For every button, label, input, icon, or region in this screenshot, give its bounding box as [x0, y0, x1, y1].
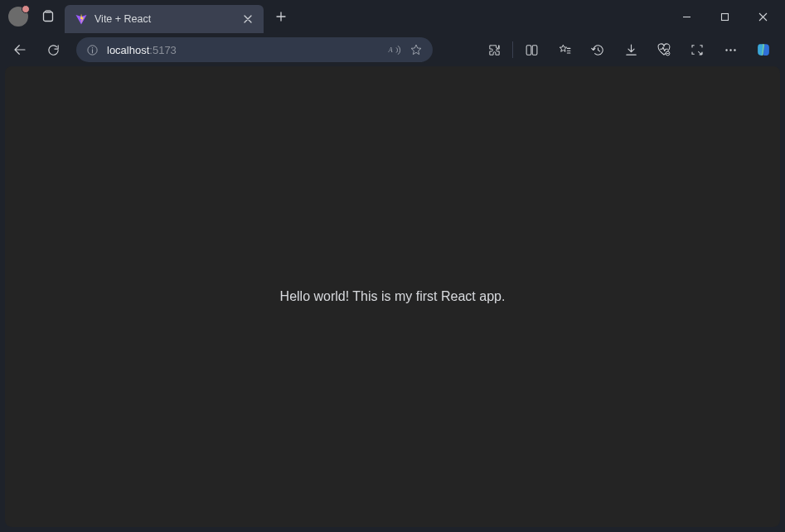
- copilot-button[interactable]: [747, 36, 780, 63]
- star-icon: [409, 43, 423, 56]
- history-icon: [591, 43, 605, 57]
- site-info-button[interactable]: [86, 44, 99, 56]
- maximize-icon: [720, 12, 729, 22]
- address-url: localhost:5173: [107, 44, 177, 56]
- close-icon: [244, 15, 252, 23]
- tab-title: Vite + React: [94, 13, 234, 25]
- url-port: :5173: [149, 44, 177, 56]
- heartbeat-icon: [657, 42, 671, 57]
- svg-point-4: [92, 47, 93, 48]
- screenshot-button[interactable]: [681, 36, 714, 63]
- maximize-button[interactable]: [705, 0, 744, 33]
- favorite-button[interactable]: [409, 43, 423, 56]
- download-icon: [624, 43, 638, 57]
- refresh-button[interactable]: [38, 36, 68, 63]
- toolbar-divider: [512, 41, 513, 58]
- new-tab-button[interactable]: [269, 4, 293, 29]
- profile-avatar[interactable]: [8, 7, 28, 27]
- toolbar-actions: [477, 36, 780, 63]
- performance-button[interactable]: [647, 36, 681, 63]
- puzzle-icon: [487, 43, 502, 57]
- svg-rect-0: [44, 12, 53, 22]
- svg-rect-6: [526, 45, 531, 54]
- page-text: Hello world! This is my first React app.: [280, 289, 506, 304]
- titlebar: Vite + React: [0, 0, 785, 33]
- svg-point-9: [725, 49, 727, 51]
- svg-text:A: A: [387, 46, 393, 54]
- svg-point-10: [729, 49, 731, 51]
- minimize-button[interactable]: [667, 0, 705, 33]
- split-screen-button[interactable]: [515, 36, 548, 63]
- tab-stack-icon: [41, 10, 55, 23]
- split-screen-icon: [525, 43, 539, 57]
- close-window-button[interactable]: [744, 0, 782, 33]
- minimize-icon: [682, 12, 691, 22]
- read-aloud-icon: A: [387, 44, 401, 56]
- screenshot-icon: [690, 42, 705, 57]
- extensions-button[interactable]: [477, 36, 511, 63]
- tab-actions-button[interactable]: [35, 3, 61, 30]
- window-controls: [667, 0, 782, 33]
- history-button[interactable]: [581, 36, 614, 63]
- url-host: localhost: [107, 44, 149, 56]
- close-icon: [758, 12, 768, 22]
- settings-more-button[interactable]: [714, 36, 747, 63]
- favorites-button[interactable]: [548, 36, 581, 63]
- svg-rect-2: [721, 13, 728, 20]
- back-button[interactable]: [5, 36, 35, 63]
- more-horizontal-icon: [724, 43, 738, 57]
- refresh-icon: [46, 43, 61, 57]
- tab-close-button[interactable]: [240, 12, 255, 27]
- toolbar: localhost:5173 A: [0, 33, 785, 66]
- vite-favicon-icon: [75, 12, 88, 26]
- address-bar[interactable]: localhost:5173 A: [76, 37, 433, 62]
- read-aloud-button[interactable]: A: [387, 44, 401, 56]
- downloads-button[interactable]: [614, 36, 647, 63]
- arrow-left-icon: [12, 42, 27, 57]
- copilot-icon: [754, 41, 773, 59]
- browser-tab[interactable]: Vite + React: [65, 5, 264, 33]
- svg-point-11: [734, 49, 735, 51]
- svg-rect-1: [46, 11, 51, 12]
- svg-rect-7: [532, 45, 537, 54]
- page-viewport: Hello world! This is my first React app.: [5, 66, 780, 527]
- plus-icon: [276, 12, 286, 22]
- info-icon: [86, 44, 99, 56]
- star-list-icon: [558, 43, 572, 57]
